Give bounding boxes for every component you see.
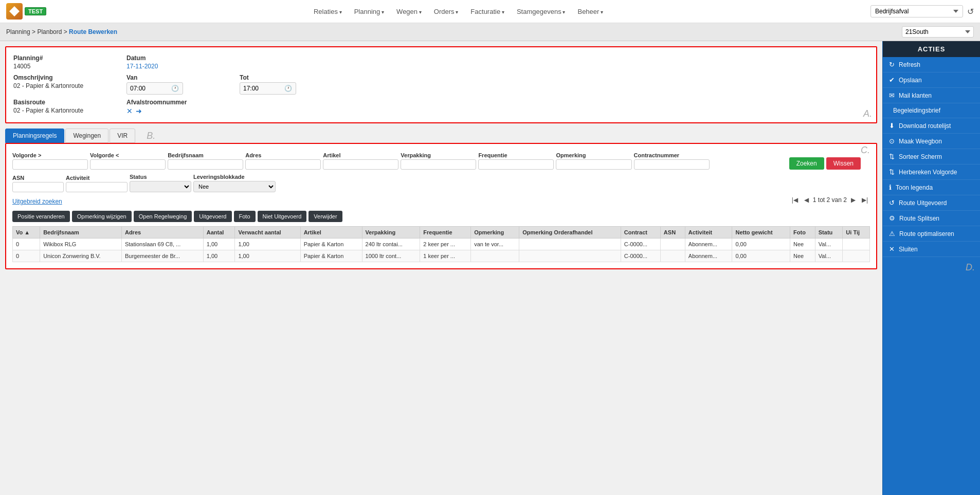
td-verwacht-1: 1,00	[235, 250, 300, 262]
page-first[interactable]: |◀	[790, 195, 800, 205]
section-a-wrap: Planning# 14005 Datum 17-11-2020 Omschri…	[5, 46, 877, 123]
sidebar-btn-sluiten[interactable]: ✕ Sluiten	[883, 242, 980, 257]
sidebar-btn-legenda[interactable]: ℹ Toon legenda	[883, 180, 980, 195]
volgorde-lt-input[interactable]	[90, 159, 166, 170]
frequentie-search-input[interactable]	[478, 159, 554, 170]
van-input-wrap: 07:00 🕐	[126, 82, 183, 95]
verwijder-btn[interactable]: Verwijder	[308, 211, 342, 222]
adres-search-input[interactable]	[245, 159, 321, 170]
td-artikel-0: Papier & Karton	[300, 239, 362, 250]
nav-item-orders[interactable]: Orders	[429, 6, 464, 17]
tab-planningsregels[interactable]: Planningsregels	[5, 129, 64, 143]
company-select[interactable]: Bedrijfsafval	[870, 5, 963, 17]
opmerking-search-input[interactable]	[556, 159, 631, 170]
leveringsblokkade-select[interactable]: Nee	[193, 181, 276, 192]
th-frequentie: Frequentie	[420, 227, 471, 239]
datum-label: Datum	[126, 54, 229, 62]
sidebar-label-route-uitgevoerd: Route Uitgevoerd	[899, 199, 947, 207]
status-search-group: Status	[130, 174, 191, 192]
afvalstroom-arrow-icon[interactable]: ➜	[136, 107, 142, 115]
sidebar-btn-download[interactable]: ⬇ Download routelijst	[883, 118, 980, 134]
sidebar: ACTIES ↻ Refresh ✔ Opslaan ✉ Mail klante…	[882, 41, 980, 495]
bedrijfsnaam-search-group: Bedrijfsnaam	[168, 152, 243, 170]
tab-vir[interactable]: VIR	[110, 129, 135, 143]
th-netto-gewicht: Netto gewicht	[732, 227, 790, 239]
tot-clock-icon[interactable]: 🕐	[281, 85, 295, 92]
sidebar-btn-optimaliseren[interactable]: ⚠ Route optimaliseren	[883, 226, 980, 242]
sidebar-btn-herbereken[interactable]: ⇅ Herbereken Volgorde	[883, 164, 980, 180]
datum-value: 17-11-2020	[126, 63, 229, 70]
leveringsblokkade-search-label: Leveringsblokkade	[193, 174, 276, 180]
positie-veranderen-btn[interactable]: Positie veranderen	[12, 211, 70, 222]
nav-item-relaties[interactable]: Relaties	[308, 6, 347, 17]
niet-uitgevoerd-btn[interactable]: Niet Uitgevoerd	[258, 211, 307, 222]
td-contract-1: C-0000...	[621, 250, 660, 262]
uitgebreid-zoeken[interactable]: Uitgebreid zoeken	[12, 198, 62, 205]
activiteit-search-group: Activiteit	[66, 175, 128, 192]
th-aantal: Aantal	[203, 227, 235, 239]
page-prev[interactable]: ◀	[802, 195, 811, 205]
td-netto-0: 0,00	[732, 239, 790, 250]
afvalstroom-row: ✕ ➜	[126, 107, 229, 115]
asn-search-input[interactable]	[12, 182, 64, 192]
td-activiteit-1: Abonnem...	[685, 250, 732, 262]
planning-value: 14005	[13, 63, 116, 70]
sidebar-btn-splitsen[interactable]: ⚙ Route Splitsen	[883, 211, 980, 226]
nav-item-facturatie[interactable]: Facturatie	[465, 6, 510, 17]
search-row-2: ASN Activiteit Status Leverings	[12, 174, 870, 192]
nav-item-stamgegevens[interactable]: Stamgegevens	[512, 6, 571, 17]
tot-input[interactable]: 17:00	[240, 83, 281, 94]
herbereken-icon: ⇅	[889, 168, 895, 176]
sidebar-btn-weegbon[interactable]: ⊙ Maak Weegbon	[883, 134, 980, 149]
logo-box	[6, 3, 23, 20]
uitgevoerd-btn[interactable]: Uitgevoerd	[194, 211, 231, 222]
verpakking-search-input[interactable]	[401, 159, 476, 170]
sidebar-btn-refresh[interactable]: ↻ Refresh	[883, 57, 980, 72]
td-status-1: Val...	[815, 250, 843, 262]
uitgebreid-row: Uitgebreid zoeken |◀ ◀ 1 tot 2 van 2 ▶ ▶…	[12, 195, 870, 208]
table-row[interactable]: 0 Unicon Zonwering B.V. Burgemeester de …	[13, 250, 870, 262]
van-input[interactable]: 07:00	[127, 83, 168, 94]
zoeken-button[interactable]: Zoeken	[789, 157, 824, 170]
volgorde-gt-input[interactable]	[12, 159, 88, 170]
th-foto: Foto	[790, 227, 815, 239]
sidebar-btn-begeleidingsbrief[interactable]: Begeleidingsbrief	[883, 103, 980, 118]
opmerking-wijzigen-btn[interactable]: Opmerking wijzigen	[72, 211, 132, 222]
page-last[interactable]: ▶|	[860, 195, 870, 205]
nav-item-planning[interactable]: Planning	[349, 6, 389, 17]
afvalstroomnummer-label: Afvalstroomnummer	[126, 99, 229, 106]
sidebar-btn-mail[interactable]: ✉ Mail klanten	[883, 88, 980, 103]
reload-icon[interactable]: ↺	[967, 7, 974, 16]
logo-inner	[9, 6, 20, 16]
contractnummer-search-input[interactable]	[634, 159, 710, 170]
frequentie-search-group: Frequentie	[478, 152, 554, 170]
th-asn: ASN	[660, 227, 685, 239]
open-regelweging-btn[interactable]: Open Regelweging	[134, 211, 192, 222]
opslaan-icon: ✔	[889, 76, 895, 84]
artikel-search-input[interactable]	[323, 159, 398, 170]
afvalstroomnummer-group: Afvalstroomnummer ✕ ➜	[126, 99, 229, 115]
nav-item-beheer[interactable]: Beheer	[572, 6, 608, 17]
foto-btn[interactable]: Foto	[234, 211, 256, 222]
sidebar-label-splitsen: Route Splitsen	[899, 215, 939, 222]
sidebar-btn-opslaan[interactable]: ✔ Opslaan	[883, 72, 980, 88]
page-next[interactable]: ▶	[849, 195, 858, 205]
activiteit-search-input[interactable]	[66, 182, 128, 192]
nav-item-wegen[interactable]: Wegen	[391, 6, 427, 17]
status-search-select[interactable]	[130, 181, 191, 192]
table-row[interactable]: 0 Wikibox RLG Stationslaan 69 C8, ... 1,…	[13, 239, 870, 250]
van-clock-icon[interactable]: 🕐	[168, 85, 182, 92]
afvalstroom-x-icon[interactable]: ✕	[126, 107, 133, 115]
frequentie-search-label: Frequentie	[478, 152, 554, 158]
pagination-info: 1 tot 2 van 2	[813, 196, 847, 204]
breadcrumb-path: Planning > Planbord >	[6, 28, 69, 35]
tab-wegingen[interactable]: Wegingen	[65, 129, 108, 143]
sidebar-btn-route-uitgevoerd[interactable]: ↺ Route Uitgevoerd	[883, 195, 980, 211]
bedrijfsnaam-search-input[interactable]	[168, 159, 243, 170]
location-select[interactable]: 21South	[902, 26, 974, 38]
sidebar-btn-sorteer[interactable]: ⇅ Sorteer Scherm	[883, 149, 980, 164]
sidebar-label-herbereken: Herbereken Volgorde	[899, 169, 957, 176]
wissen-button[interactable]: Wissen	[826, 157, 861, 170]
td-asn-0	[660, 239, 685, 250]
adres-search-label: Adres	[245, 152, 321, 158]
